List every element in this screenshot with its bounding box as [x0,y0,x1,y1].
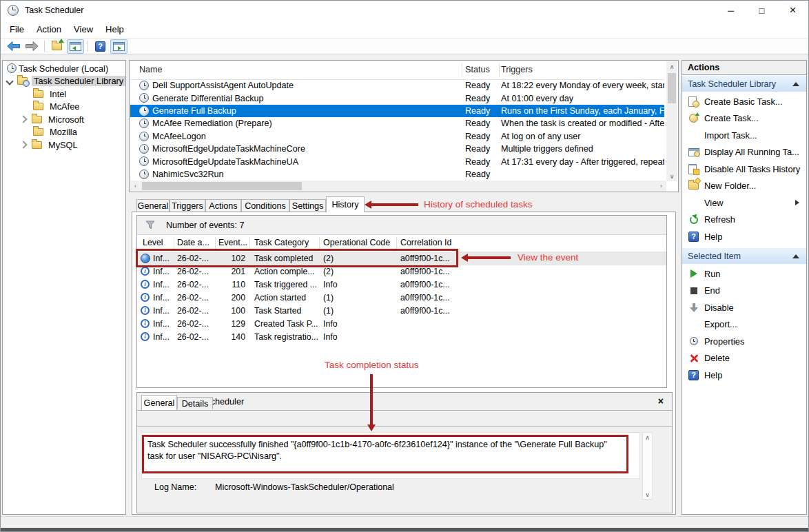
event-correlation: a0ff9f00-1c... [400,306,450,316]
tree-item-intel[interactable]: Intel [33,88,68,100]
toolbar: ? [1,38,809,54]
action-refresh[interactable]: Refresh [682,212,806,229]
task-row-selected[interactable]: Generate Full Backup Ready Runs on the F… [130,105,664,117]
column-operational-code[interactable]: Operational Code [323,238,390,247]
minimize-button[interactable]: ─ [715,1,746,20]
tab-settings[interactable]: Settings [289,199,326,212]
action-help-2[interactable]: ? Help [682,367,806,384]
tab-conditions[interactable]: Conditions [241,199,289,212]
action-create-task[interactable]: Create Task... [682,110,806,127]
event-row[interactable]: i Inf... 26-02-... 129 Created Task P...… [137,318,666,331]
tab-general[interactable]: General [136,199,170,212]
task-row[interactable]: Dell SupportAssistAgent AutoUpdate Ready… [130,79,664,92]
action-disable[interactable]: Disable [682,299,806,316]
event-row[interactable]: i Inf... 26-02-... 110 Task triggered ..… [137,278,666,291]
section-task-scheduler-library[interactable]: Task Scheduler Library [682,76,806,92]
task-triggers: At 18:22 every Monday of every week, sta… [501,81,664,90]
maximize-button[interactable]: □ [746,1,777,20]
menu-file[interactable]: File [3,21,30,37]
scroll-up-button[interactable]: ∧ [666,61,677,72]
scroll-left-button[interactable]: ‹ [130,181,141,192]
task-list-hscrollbar[interactable]: ‹ › [130,181,666,192]
detail-close-icon[interactable]: × [658,396,664,407]
menu-help[interactable]: Help [99,21,130,37]
tree-item-mcafee[interactable]: McAfee [33,101,81,113]
show-console-tree-button[interactable] [67,39,84,54]
event-row[interactable]: i Inf... 26-02-... 201 Action comple... … [137,265,666,278]
back-button[interactable] [5,39,22,54]
forward-button[interactable] [23,39,41,54]
menu-action[interactable]: Action [30,21,68,37]
chevron-right-icon[interactable] [19,115,27,123]
event-correlation: a0ff9f00-1c... [400,280,450,289]
tree-root[interactable]: Task Scheduler (Local) [7,62,110,74]
scroll-up-button[interactable]: ∧ [643,433,652,442]
task-triggers: When the task is created or modified - A… [501,119,664,128]
column-status[interactable]: Status [465,65,490,74]
column-event-id[interactable]: Event... [218,238,247,247]
scroll-down-button[interactable]: ∨ [643,490,652,499]
event-row[interactable]: i Inf... 26-02-... 100 Task Started (1) … [137,305,666,318]
vscroll-thumb[interactable] [668,73,676,103]
task-row[interactable]: McAfee Remediation (Prepare) Ready When … [130,117,664,130]
folder-icon [32,116,42,123]
task-row[interactable]: MicrosoftEdgeUpdateTaskMachineCore Ready… [130,143,664,155]
scroll-right-button[interactable]: › [656,181,666,192]
tree-item-mysql[interactable]: MySQL [21,139,80,151]
chevron-right-icon[interactable] [19,141,27,148]
column-name[interactable]: Name [139,65,163,74]
folder-icon [33,128,43,136]
column-date[interactable]: Date a... [177,238,209,247]
action-properties[interactable]: Properties [682,333,806,350]
chevron-down-icon[interactable] [6,77,13,85]
action-delete[interactable]: Delete [682,350,806,367]
action-end[interactable]: End [682,283,806,300]
section-selected-item[interactable]: Selected Item [682,248,806,264]
show-action-pane-button[interactable] [110,39,127,54]
delete-icon [689,354,699,363]
task-row[interactable]: NahimicSvc32Run Ready [130,168,664,181]
event-row[interactable]: i Inf... 26-02-... 200 Action started (1… [137,291,666,305]
detail-scrollbar[interactable]: ∧ ∨ [642,432,653,500]
column-correlation-id[interactable]: Correlation Id [400,238,451,247]
detail-tab-details[interactable]: Details [177,397,213,409]
action-view[interactable]: View [682,194,806,212]
collapse-icon[interactable] [792,254,799,258]
action-import-task[interactable]: Import Task... [682,127,806,144]
action-display-all-running[interactable]: Display All Running Ta... [682,144,806,161]
tree-item-mozilla[interactable]: Mozilla [33,126,79,139]
help-icon: ? [688,232,699,242]
up-one-level-button[interactable] [48,39,65,54]
task-row[interactable]: McAfeeLogon Ready At log on of any user [130,130,664,143]
scroll-down-button[interactable]: ∨ [666,171,677,181]
column-triggers[interactable]: Triggers [501,65,533,74]
folder-icon [32,141,42,149]
action-run[interactable]: Run [682,265,806,283]
tree-library[interactable]: Task Scheduler Library [7,75,125,88]
action-export[interactable]: Export... [682,316,806,334]
action-create-basic-task[interactable]: Create Basic Task... [682,93,806,110]
task-row[interactable]: Generate Differential Backup Ready At 01… [130,92,664,104]
menu-view[interactable]: View [68,21,99,37]
close-button[interactable]: × [777,1,808,20]
column-level[interactable]: Level [143,238,163,247]
tab-triggers[interactable]: Triggers [170,199,205,212]
action-new-folder[interactable]: New Folder... [682,178,806,195]
event-level: Inf... [153,267,170,276]
toolbar-help-button[interactable]: ? [92,39,109,54]
task-row[interactable]: MicrosoftEdgeUpdateTaskMachineUA Ready A… [130,155,664,167]
action-help[interactable]: ? Help [682,228,806,245]
event-row-selected[interactable]: Inf... 26-02-... 102 Task completed (2) … [137,252,666,265]
task-list-vscrollbar[interactable]: ∧ ∨ [666,61,677,181]
help-icon: ? [688,370,699,380]
window-title: Task Scheduler [25,6,83,15]
tab-actions[interactable]: Actions [205,199,241,212]
event-row[interactable]: i Inf... 26-02-... 140 Task registratio.… [137,331,666,344]
column-task-category[interactable]: Task Category [254,238,309,247]
collapse-icon[interactable] [792,82,799,86]
hscroll-thumb[interactable] [142,182,302,190]
detail-tab-general[interactable]: General [141,395,177,410]
tab-history[interactable]: History [326,196,365,212]
action-disable-history[interactable]: Disable All Tasks History [682,161,806,178]
tree-item-microsoft[interactable]: Microsoft [21,113,86,125]
